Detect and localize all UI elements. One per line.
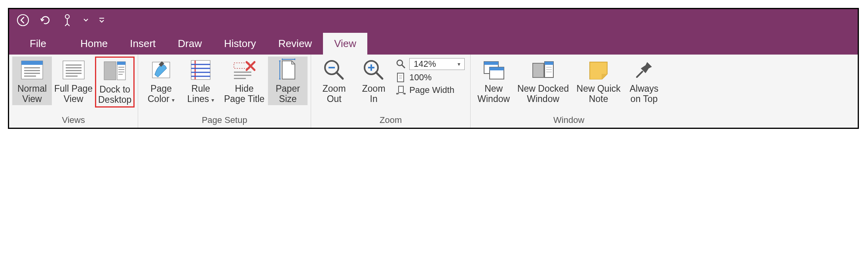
svg-rect-52: [399, 86, 403, 93]
svg-line-47: [402, 65, 405, 68]
dropdown-caret-icon: ▾: [211, 97, 214, 103]
new-docked-window-button[interactable]: New Docked Window: [513, 57, 573, 105]
rule-lines-button[interactable]: Rule Lines ▾: [181, 57, 220, 105]
ribbon: Normal View Full Page View Dock to Deskt…: [9, 55, 858, 128]
tab-insert[interactable]: Insert: [119, 33, 167, 55]
svg-line-63: [637, 72, 642, 77]
group-page-setup-label: Page Setup: [141, 114, 308, 127]
svg-rect-17: [117, 62, 125, 65]
svg-rect-56: [490, 67, 504, 70]
pin-icon: [632, 58, 656, 82]
dropdown-caret-icon: ▾: [458, 61, 460, 67]
dock-to-desktop-button[interactable]: Dock to Desktop: [95, 57, 135, 108]
group-views-label: Views: [12, 114, 135, 127]
svg-point-1: [65, 15, 69, 19]
svg-rect-8: [24, 76, 36, 77]
dock-to-desktop-icon: [103, 59, 127, 83]
svg-rect-32: [234, 78, 246, 79]
undo-button[interactable]: [38, 13, 52, 27]
svg-rect-6: [24, 70, 40, 71]
svg-rect-10: [66, 64, 82, 66]
zoom-100-button[interactable]: 100%: [396, 72, 465, 83]
svg-rect-5: [24, 67, 40, 68]
zoom-small-controls: 142% ▾ 100% Page Width: [393, 57, 467, 97]
hide-page-title-icon: [232, 58, 256, 82]
always-on-top-button[interactable]: Always on Top: [624, 57, 664, 105]
group-page-setup: Page Color ▾ Rule Lines ▾ Hide Page Titl…: [138, 55, 311, 128]
tab-view[interactable]: View: [323, 33, 367, 55]
page-icon: [396, 72, 406, 83]
paper-size-icon: [276, 58, 300, 82]
app-frame: File Home Insert Draw History Review Vie…: [8, 8, 859, 129]
paper-size-button[interactable]: Paper Size: [268, 57, 308, 105]
new-window-icon: [482, 58, 505, 82]
group-zoom: Zoom Out Zoom In 142% ▾: [311, 55, 471, 128]
svg-rect-21: [118, 74, 123, 75]
svg-rect-57: [533, 63, 544, 77]
ribbon-tabs: File Home Insert Draw History Review Vie…: [9, 31, 858, 55]
dropdown-caret-icon: ▾: [172, 97, 175, 103]
zoom-out-icon: [322, 58, 346, 82]
svg-rect-20: [118, 72, 124, 72]
svg-rect-48: [397, 73, 404, 82]
tab-home[interactable]: Home: [69, 33, 119, 55]
svg-rect-59: [545, 62, 553, 65]
svg-rect-31: [234, 75, 251, 76]
normal-view-button[interactable]: Normal View: [12, 57, 52, 105]
zoom-level-row[interactable]: 142% ▾: [396, 58, 465, 70]
new-quick-note-button[interactable]: New Quick Note: [573, 57, 624, 105]
new-quick-note-icon: [587, 58, 610, 82]
zoom-in-button[interactable]: Zoom In: [354, 57, 393, 105]
svg-rect-13: [66, 73, 82, 74]
hide-page-title-button[interactable]: Hide Page Title: [220, 57, 268, 105]
svg-rect-15: [104, 62, 116, 80]
svg-rect-19: [118, 69, 124, 70]
touch-mode-button[interactable]: [61, 13, 74, 27]
tab-draw[interactable]: Draw: [167, 33, 213, 55]
svg-point-0: [17, 15, 28, 26]
full-page-view-icon: [62, 58, 85, 82]
rule-lines-icon: [189, 58, 213, 82]
full-page-view-button[interactable]: Full Page View: [52, 57, 95, 105]
page-width-icon: [396, 85, 406, 95]
tab-review[interactable]: Review: [267, 33, 323, 55]
normal-view-icon: [20, 58, 44, 82]
group-zoom-label: Zoom: [314, 114, 467, 127]
zoom-level-input[interactable]: 142% ▾: [409, 58, 465, 70]
svg-rect-54: [484, 62, 498, 65]
svg-rect-4: [21, 61, 43, 65]
svg-rect-14: [66, 76, 78, 77]
page-color-icon: [149, 58, 173, 82]
new-docked-window-icon: [531, 58, 555, 82]
group-views: Normal View Full Page View Dock to Deskt…: [9, 55, 138, 128]
group-window-label: Window: [474, 114, 664, 127]
page-color-button[interactable]: Page Color ▾: [141, 57, 181, 105]
svg-rect-7: [24, 73, 40, 74]
svg-rect-18: [118, 67, 124, 68]
touch-mode-dropdown[interactable]: [83, 13, 89, 27]
zoom-out-button[interactable]: Zoom Out: [314, 57, 354, 105]
group-window: New Window New Docked Window New Quick N…: [471, 55, 667, 128]
new-window-button[interactable]: New Window: [474, 57, 513, 105]
svg-rect-11: [66, 67, 82, 68]
svg-line-43: [376, 72, 382, 79]
svg-rect-2: [99, 18, 104, 19]
page-width-button[interactable]: Page Width: [396, 85, 465, 95]
back-button[interactable]: [16, 13, 30, 27]
svg-line-40: [336, 72, 343, 79]
zoom-in-icon: [362, 58, 386, 82]
tab-history[interactable]: History: [213, 33, 267, 55]
svg-rect-12: [66, 70, 82, 71]
tab-file[interactable]: File: [13, 33, 69, 55]
customize-qat-button[interactable]: [98, 13, 106, 27]
svg-rect-30: [234, 72, 251, 73]
magnifier-icon: [396, 59, 406, 69]
svg-point-46: [397, 60, 403, 66]
quick-access-toolbar: [9, 9, 858, 31]
